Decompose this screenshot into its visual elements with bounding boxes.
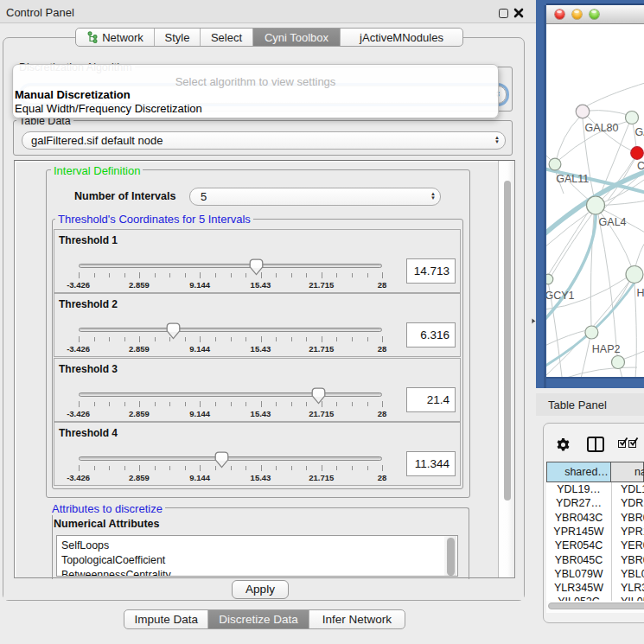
svg-text:GAL11: GAL11 [556,173,589,185]
svg-text:GCY1: GCY1 [546,290,575,302]
svg-text:H: H [636,287,644,299]
svg-text:GAL80: GAL80 [585,122,619,134]
svg-text:C: C [637,160,644,172]
svg-text:GA: GA [635,126,644,138]
svg-text:HAP2: HAP2 [592,343,621,355]
svg-text:GAL4: GAL4 [599,216,627,228]
